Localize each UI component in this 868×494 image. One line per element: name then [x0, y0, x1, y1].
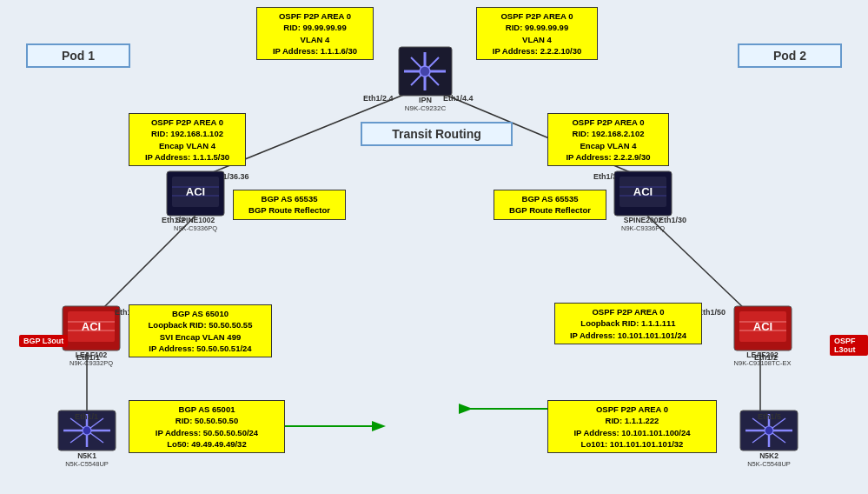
leaf202-info: OSPF P2P AREA 0 Loopback RID: 1.1.1.111 …: [554, 303, 702, 344]
bgp-l3out-badge: BGP L3out: [19, 335, 68, 347]
spine2-info: OSPF P2P AREA 0 RID: 192.168.2.102 Encap…: [547, 113, 669, 166]
spine1-bgp-info: BGP AS 65535 BGP Route Reflector: [233, 190, 346, 220]
n5k1-eth11-label: Eth1/1: [75, 412, 98, 421]
pod2-label: Pod 2: [773, 49, 806, 63]
pod1-label: Pod 1: [62, 49, 95, 63]
spine2-eth130-label: Eth1/30: [659, 216, 686, 224]
diagram-container: Pod 1 Pod 2 OSPF P2P AREA 0 RID: 99.99.9…: [0, 0, 868, 494]
svg-point-45: [765, 426, 773, 435]
pod2-box: Pod 2: [738, 43, 842, 68]
leaf102-eth11-label: Eth1/1: [76, 353, 100, 362]
spine2-bgp-info: BGP AS 65535 BGP Route Reflector: [494, 190, 606, 220]
ipn-model: N9K-C9232C: [393, 104, 458, 112]
spine1-model: N9K-C9336PQ: [161, 224, 230, 232]
ipn-info-left: OSPF P2P AREA 0 RID: 99.99.99.99 VLAN 4 …: [256, 7, 374, 60]
ipn-info-right: OSPF P2P AREA 0 RID: 99.99.99.99 VLAN 4 …: [476, 7, 598, 60]
n5k1-info: BGP AS 65001 RID: 50.50.50.50 IP Address…: [129, 400, 285, 453]
n5k1-model: N5K-C5548UP: [52, 460, 122, 468]
spine2-model: N9K-C9336PQ: [608, 224, 678, 232]
n5k2-info: OSPF P2P AREA 0 RID: 1.1.1.222 IP Addres…: [547, 400, 717, 453]
transit-routing-label: Transit Routing: [361, 122, 513, 146]
eth124-label: Eth1/2.4: [363, 94, 394, 103]
pod1-box: Pod 1: [26, 43, 130, 68]
spine1-eth12-label: Eth1/2: [162, 216, 185, 224]
n5k2-eth15-label: Eth1/5: [758, 412, 781, 421]
leaf102-info: BGP AS 65010 Loopback RID: 50.50.50.55 S…: [129, 304, 272, 357]
eth144-label: Eth1/4.4: [443, 94, 474, 103]
leaf202-eth12-label: Eth1/2: [754, 353, 778, 362]
ospf-l3out-badge: OSPF L3out: [830, 335, 868, 356]
n5k2-name: N5K2: [734, 451, 804, 460]
spine1-info: OSPF P2P AREA 0 RID: 192.168.1.102 Encap…: [129, 113, 246, 166]
n5k1-name: N5K1: [52, 451, 122, 460]
svg-point-13: [420, 66, 430, 77]
n5k2-model: N5K-C5548UP: [734, 460, 804, 468]
svg-point-39: [83, 426, 91, 435]
